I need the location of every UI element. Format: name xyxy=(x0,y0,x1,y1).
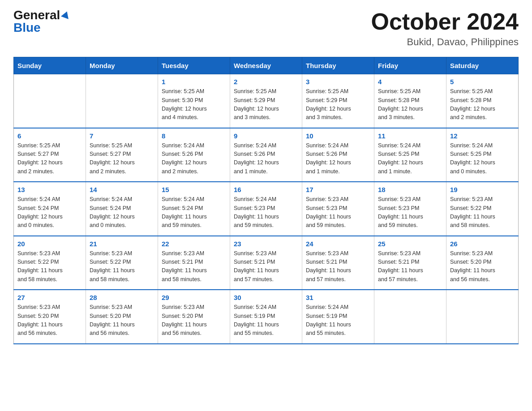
calendar-cell: 20Sunrise: 5:23 AMSunset: 5:22 PMDayligh… xyxy=(14,236,86,290)
day-info: Sunrise: 5:25 AMSunset: 5:28 PMDaylight:… xyxy=(450,87,515,122)
day-info: Sunrise: 5:23 AMSunset: 5:22 PMDaylight:… xyxy=(90,249,154,284)
weekday-header-monday: Monday xyxy=(86,57,158,74)
calendar-cell xyxy=(86,74,158,128)
calendar-cell: 16Sunrise: 5:24 AMSunset: 5:23 PMDayligh… xyxy=(230,182,302,236)
day-number: 13 xyxy=(17,186,82,193)
calendar-cell xyxy=(446,290,519,344)
title-section: October 2024 Bukid, Davao, Philippines xyxy=(371,9,519,48)
day-number: 14 xyxy=(90,186,154,193)
weekday-header-saturday: Saturday xyxy=(446,57,519,74)
day-info: Sunrise: 5:24 AMSunset: 5:25 PMDaylight:… xyxy=(450,141,515,176)
day-info: Sunrise: 5:23 AMSunset: 5:21 PMDaylight:… xyxy=(234,249,298,284)
day-info: Sunrise: 5:25 AMSunset: 5:30 PMDaylight:… xyxy=(162,87,226,122)
calendar-table: SundayMondayTuesdayWednesdayThursdayFrid… xyxy=(13,57,519,344)
weekday-header-tuesday: Tuesday xyxy=(158,57,230,74)
calendar-cell: 28Sunrise: 5:23 AMSunset: 5:20 PMDayligh… xyxy=(86,290,158,344)
day-number: 8 xyxy=(162,132,226,140)
calendar-cell: 27Sunrise: 5:23 AMSunset: 5:20 PMDayligh… xyxy=(14,290,86,344)
calendar-cell: 25Sunrise: 5:23 AMSunset: 5:21 PMDayligh… xyxy=(374,236,446,290)
calendar-cell: 5Sunrise: 5:25 AMSunset: 5:28 PMDaylight… xyxy=(446,74,519,128)
weekday-header-thursday: Thursday xyxy=(302,57,374,74)
day-info: Sunrise: 5:25 AMSunset: 5:28 PMDaylight:… xyxy=(378,87,442,122)
day-number: 26 xyxy=(450,240,515,248)
day-number: 9 xyxy=(234,132,298,140)
weekday-header-sunday: Sunday xyxy=(14,57,86,74)
weekday-header-wednesday: Wednesday xyxy=(230,57,302,74)
day-info: Sunrise: 5:25 AMSunset: 5:29 PMDaylight:… xyxy=(306,87,370,122)
day-number: 6 xyxy=(17,132,82,140)
day-number: 20 xyxy=(17,240,82,248)
day-number: 2 xyxy=(234,78,298,86)
day-info: Sunrise: 5:23 AMSunset: 5:21 PMDaylight:… xyxy=(378,249,442,284)
day-number: 7 xyxy=(90,132,154,140)
calendar-cell: 2Sunrise: 5:25 AMSunset: 5:29 PMDaylight… xyxy=(230,74,302,128)
day-number: 4 xyxy=(378,78,442,86)
day-number: 21 xyxy=(90,240,154,248)
day-number: 12 xyxy=(450,132,515,140)
day-number: 29 xyxy=(162,294,226,301)
day-info: Sunrise: 5:23 AMSunset: 5:21 PMDaylight:… xyxy=(162,249,226,284)
calendar-cell: 23Sunrise: 5:23 AMSunset: 5:21 PMDayligh… xyxy=(230,236,302,290)
day-info: Sunrise: 5:25 AMSunset: 5:27 PMDaylight:… xyxy=(90,141,154,176)
day-number: 3 xyxy=(306,78,370,86)
day-number: 18 xyxy=(378,186,442,193)
day-number: 11 xyxy=(378,132,442,140)
logo: General Blue xyxy=(13,9,70,34)
day-info: Sunrise: 5:24 AMSunset: 5:26 PMDaylight:… xyxy=(234,141,298,176)
day-info: Sunrise: 5:24 AMSunset: 5:19 PMDaylight:… xyxy=(306,303,370,338)
day-number: 16 xyxy=(234,186,298,193)
calendar-cell: 1Sunrise: 5:25 AMSunset: 5:30 PMDaylight… xyxy=(158,74,230,128)
day-info: Sunrise: 5:24 AMSunset: 5:26 PMDaylight:… xyxy=(162,141,226,176)
day-number: 28 xyxy=(90,294,154,301)
day-number: 10 xyxy=(306,132,370,140)
month-year-title: October 2024 xyxy=(371,9,519,34)
calendar-cell: 17Sunrise: 5:23 AMSunset: 5:23 PMDayligh… xyxy=(302,182,374,236)
calendar-cell: 15Sunrise: 5:24 AMSunset: 5:24 PMDayligh… xyxy=(158,182,230,236)
location-subtitle: Bukid, Davao, Philippines xyxy=(371,36,519,48)
day-number: 15 xyxy=(162,186,226,193)
day-number: 24 xyxy=(306,240,370,248)
calendar-cell: 7Sunrise: 5:25 AMSunset: 5:27 PMDaylight… xyxy=(86,128,158,182)
calendar-week-row: 1Sunrise: 5:25 AMSunset: 5:30 PMDaylight… xyxy=(14,74,519,128)
day-number: 30 xyxy=(234,294,298,301)
day-info: Sunrise: 5:24 AMSunset: 5:19 PMDaylight:… xyxy=(234,303,298,338)
calendar-cell: 4Sunrise: 5:25 AMSunset: 5:28 PMDaylight… xyxy=(374,74,446,128)
logo-general-text: General xyxy=(13,9,60,21)
logo-blue-text: Blue xyxy=(13,21,41,34)
day-number: 1 xyxy=(162,78,226,86)
calendar-cell: 11Sunrise: 5:24 AMSunset: 5:25 PMDayligh… xyxy=(374,128,446,182)
day-number: 22 xyxy=(162,240,226,248)
calendar-cell: 9Sunrise: 5:24 AMSunset: 5:26 PMDaylight… xyxy=(230,128,302,182)
day-number: 5 xyxy=(450,78,515,86)
calendar-cell: 31Sunrise: 5:24 AMSunset: 5:19 PMDayligh… xyxy=(302,290,374,344)
day-info: Sunrise: 5:23 AMSunset: 5:23 PMDaylight:… xyxy=(378,195,442,230)
day-info: Sunrise: 5:24 AMSunset: 5:23 PMDaylight:… xyxy=(234,195,298,230)
day-info: Sunrise: 5:24 AMSunset: 5:24 PMDaylight:… xyxy=(17,195,82,230)
day-number: 17 xyxy=(306,186,370,193)
day-info: Sunrise: 5:24 AMSunset: 5:24 PMDaylight:… xyxy=(90,195,154,230)
day-info: Sunrise: 5:23 AMSunset: 5:20 PMDaylight:… xyxy=(162,303,226,338)
calendar-cell: 26Sunrise: 5:23 AMSunset: 5:20 PMDayligh… xyxy=(446,236,519,290)
calendar-cell: 13Sunrise: 5:24 AMSunset: 5:24 PMDayligh… xyxy=(14,182,86,236)
day-info: Sunrise: 5:23 AMSunset: 5:21 PMDaylight:… xyxy=(306,249,370,284)
day-number: 23 xyxy=(234,240,298,248)
day-number: 19 xyxy=(450,186,515,193)
day-number: 25 xyxy=(378,240,442,248)
day-info: Sunrise: 5:23 AMSunset: 5:20 PMDaylight:… xyxy=(17,303,82,338)
calendar-cell: 21Sunrise: 5:23 AMSunset: 5:22 PMDayligh… xyxy=(86,236,158,290)
calendar-week-row: 13Sunrise: 5:24 AMSunset: 5:24 PMDayligh… xyxy=(14,182,519,236)
calendar-cell: 30Sunrise: 5:24 AMSunset: 5:19 PMDayligh… xyxy=(230,290,302,344)
day-info: Sunrise: 5:24 AMSunset: 5:25 PMDaylight:… xyxy=(378,141,442,176)
day-info: Sunrise: 5:23 AMSunset: 5:22 PMDaylight:… xyxy=(450,195,515,230)
day-info: Sunrise: 5:24 AMSunset: 5:26 PMDaylight:… xyxy=(306,141,370,176)
day-info: Sunrise: 5:24 AMSunset: 5:24 PMDaylight:… xyxy=(162,195,226,230)
calendar-cell: 14Sunrise: 5:24 AMSunset: 5:24 PMDayligh… xyxy=(86,182,158,236)
page-header: General Blue October 2024 Bukid, Davao, … xyxy=(13,9,519,48)
calendar-cell: 10Sunrise: 5:24 AMSunset: 5:26 PMDayligh… xyxy=(302,128,374,182)
calendar-cell: 29Sunrise: 5:23 AMSunset: 5:20 PMDayligh… xyxy=(158,290,230,344)
day-info: Sunrise: 5:25 AMSunset: 5:27 PMDaylight:… xyxy=(17,141,82,176)
calendar-cell xyxy=(374,290,446,344)
calendar-cell: 24Sunrise: 5:23 AMSunset: 5:21 PMDayligh… xyxy=(302,236,374,290)
calendar-week-row: 20Sunrise: 5:23 AMSunset: 5:22 PMDayligh… xyxy=(14,236,519,290)
day-number: 27 xyxy=(17,294,82,301)
